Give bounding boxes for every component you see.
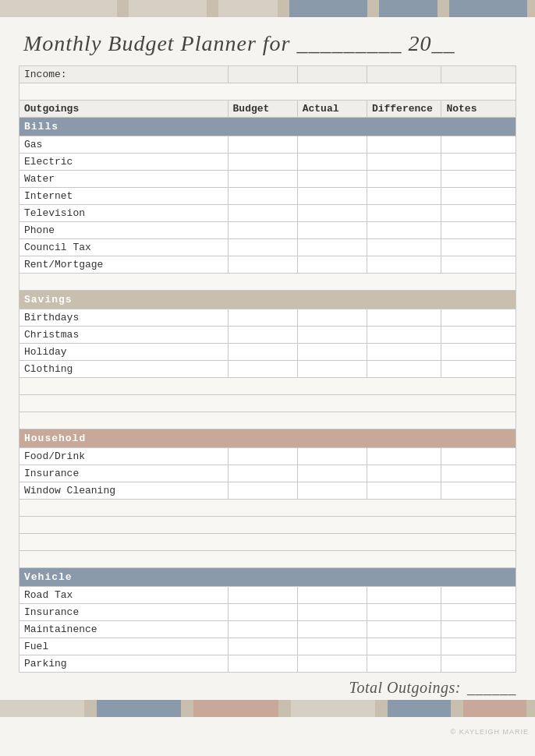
item-notes[interactable] <box>441 309 516 327</box>
item-notes[interactable] <box>441 604 516 621</box>
item-diff[interactable] <box>367 344 441 361</box>
item-actual[interactable] <box>297 171 367 188</box>
item-diff[interactable] <box>367 587 441 604</box>
item-actual[interactable] <box>297 344 367 361</box>
item-actual[interactable] <box>297 587 367 604</box>
item-budget[interactable] <box>228 482 297 500</box>
table-row: Parking <box>19 655 516 673</box>
item-budget[interactable] <box>228 638 297 655</box>
table-row: Holiday <box>19 344 516 361</box>
item-notes[interactable] <box>441 655 516 673</box>
item-diff[interactable] <box>367 222 441 239</box>
item-budget[interactable] <box>228 205 297 222</box>
item-label: Holiday <box>19 344 229 361</box>
bottom-bar <box>0 700 535 717</box>
item-diff[interactable] <box>367 482 441 500</box>
item-budget[interactable] <box>228 344 297 361</box>
item-notes[interactable] <box>441 136 516 154</box>
item-actual[interactable] <box>297 621 367 638</box>
item-actual[interactable] <box>297 655 367 673</box>
item-notes[interactable] <box>441 638 516 655</box>
income-budget[interactable] <box>228 66 297 83</box>
income-notes[interactable] <box>441 66 516 83</box>
income-diff[interactable] <box>367 66 441 83</box>
item-actual[interactable] <box>297 482 367 500</box>
item-budget[interactable] <box>228 188 297 205</box>
item-notes[interactable] <box>441 465 516 482</box>
item-budget[interactable] <box>228 448 297 465</box>
item-notes[interactable] <box>441 327 516 344</box>
item-diff[interactable] <box>367 171 441 188</box>
item-actual[interactable] <box>297 309 367 327</box>
item-budget[interactable] <box>228 465 297 482</box>
item-actual[interactable] <box>297 448 367 465</box>
item-label: Gas <box>19 136 229 154</box>
item-diff[interactable] <box>367 655 441 673</box>
item-notes[interactable] <box>441 171 516 188</box>
item-actual[interactable] <box>297 465 367 482</box>
item-diff[interactable] <box>367 465 441 482</box>
item-budget[interactable] <box>228 222 297 239</box>
item-label: Water <box>19 171 229 188</box>
item-diff[interactable] <box>367 239 441 256</box>
item-diff[interactable] <box>367 638 441 655</box>
item-budget[interactable] <box>228 621 297 638</box>
item-budget[interactable] <box>228 136 297 154</box>
item-actual[interactable] <box>297 188 367 205</box>
item-budget[interactable] <box>228 256 297 274</box>
table-row: Road Tax <box>19 587 516 604</box>
item-actual[interactable] <box>297 239 367 256</box>
item-budget[interactable] <box>228 309 297 327</box>
item-actual[interactable] <box>297 154 367 171</box>
item-notes[interactable] <box>441 344 516 361</box>
item-actual[interactable] <box>297 256 367 274</box>
item-diff[interactable] <box>367 621 441 638</box>
budget-table-wrapper: Income: Outgoings Budget Actual Differen… <box>0 65 535 673</box>
item-diff[interactable] <box>367 136 441 154</box>
item-diff[interactable] <box>367 205 441 222</box>
item-notes[interactable] <box>441 361 516 378</box>
table-header-row: Outgoings Budget Actual Difference Notes <box>19 101 516 118</box>
income-actual[interactable] <box>297 66 367 83</box>
item-notes[interactable] <box>441 205 516 222</box>
item-actual[interactable] <box>297 136 367 154</box>
item-budget[interactable] <box>228 171 297 188</box>
item-budget[interactable] <box>228 604 297 621</box>
item-budget[interactable] <box>228 327 297 344</box>
watermark: © Kayleigh Marie <box>451 728 530 736</box>
item-notes[interactable] <box>441 482 516 500</box>
item-notes[interactable] <box>441 587 516 604</box>
item-diff[interactable] <box>367 604 441 621</box>
item-diff[interactable] <box>367 448 441 465</box>
item-diff[interactable] <box>367 327 441 344</box>
item-notes[interactable] <box>441 222 516 239</box>
item-budget[interactable] <box>228 154 297 171</box>
item-notes[interactable] <box>441 239 516 256</box>
item-label: Christmas <box>19 327 229 344</box>
total-label: Total Outgoings: <box>349 679 461 697</box>
item-notes[interactable] <box>441 448 516 465</box>
table-row: Food/Drink <box>19 448 516 465</box>
col-notes-header: Notes <box>441 101 516 118</box>
item-notes[interactable] <box>441 154 516 171</box>
item-budget[interactable] <box>228 587 297 604</box>
item-budget[interactable] <box>228 239 297 256</box>
item-diff[interactable] <box>367 154 441 171</box>
item-notes[interactable] <box>441 256 516 274</box>
item-actual[interactable] <box>297 327 367 344</box>
item-actual[interactable] <box>297 604 367 621</box>
item-actual[interactable] <box>297 361 367 378</box>
item-budget[interactable] <box>228 361 297 378</box>
item-diff[interactable] <box>367 309 441 327</box>
table-row: Insurance <box>19 465 516 482</box>
item-diff[interactable] <box>367 361 441 378</box>
item-diff[interactable] <box>367 256 441 274</box>
item-label: Phone <box>19 222 229 239</box>
item-actual[interactable] <box>297 222 367 239</box>
item-budget[interactable] <box>228 655 297 673</box>
item-actual[interactable] <box>297 638 367 655</box>
item-notes[interactable] <box>441 188 516 205</box>
item-diff[interactable] <box>367 188 441 205</box>
item-notes[interactable] <box>441 621 516 638</box>
item-actual[interactable] <box>297 205 367 222</box>
